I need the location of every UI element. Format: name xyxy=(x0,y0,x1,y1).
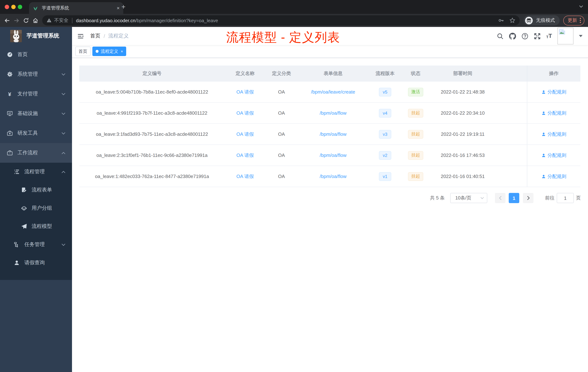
chevron-down-icon xyxy=(62,243,65,246)
tag-close-icon[interactable]: × xyxy=(121,49,123,53)
definition-id: oa_leave:1:482ec033-762a-11ec-8477-a2380… xyxy=(79,166,225,187)
caret-icon[interactable] xyxy=(579,35,583,37)
definition-name-link[interactable]: OA 请假 xyxy=(236,131,254,137)
github-icon[interactable] xyxy=(509,33,516,40)
form-link[interactable]: /bpm/oa/flow xyxy=(320,174,346,179)
sidebar: 芋道管理系统 首页 系统管理 ¥ 支付管 xyxy=(0,27,72,372)
current-page-button[interactable]: 1 xyxy=(509,193,519,203)
deploy-time: 2022-01-16 01:40:51 xyxy=(430,166,527,187)
chevron-down-icon xyxy=(62,73,65,76)
assign-rule-button[interactable]: 分配规则 xyxy=(541,110,566,116)
back-icon[interactable] xyxy=(2,16,12,25)
browser-tab[interactable]: 芋道管理系统 × xyxy=(29,2,123,14)
page-size-select[interactable]: 10条/页 xyxy=(450,193,487,203)
font-size-icon[interactable]: TT xyxy=(546,33,552,39)
fullscreen-icon[interactable] xyxy=(534,33,541,40)
assign-rule-button[interactable]: 分配规则 xyxy=(541,152,566,159)
table-row: oa_leave:2:3c1f0ef1-76b1-11ec-9c66-a2380… xyxy=(79,145,580,166)
next-page-button[interactable] xyxy=(523,193,534,203)
person-icon xyxy=(541,153,546,157)
key-icon[interactable] xyxy=(498,17,504,23)
active-dot-icon xyxy=(96,50,99,53)
form-link[interactable]: /bpm/oa/flow xyxy=(320,153,346,158)
chevron-down-icon xyxy=(62,132,65,134)
security-label[interactable]: 不安全 xyxy=(54,17,68,24)
person-icon xyxy=(541,90,546,94)
definition-name-link[interactable]: OA 请假 xyxy=(236,89,254,95)
version-badge: v1 xyxy=(379,172,391,181)
sidebar-item-workflow[interactable]: 工作流程 xyxy=(0,143,72,163)
definition-table: 定义编号 定义名称 定义分类 表单信息 流程版本 状态 部署时间 操作 oa_l… xyxy=(79,66,580,187)
version-badge: v5 xyxy=(379,88,391,96)
person-icon xyxy=(541,174,546,178)
maximize-window-button[interactable] xyxy=(18,5,22,9)
tag-process-definition[interactable]: 流程定义 × xyxy=(92,47,126,56)
deploy-time: 2022-01-22 21:48:38 xyxy=(430,82,527,102)
form-link[interactable]: /bpm/oa/flow xyxy=(320,110,346,116)
sidebar-item-system[interactable]: 系统管理 xyxy=(0,65,72,84)
chevron-down-icon xyxy=(62,93,65,95)
table-row: oa_leave:3:1fad3d93-7b75-11ec-a3c8-acde4… xyxy=(79,124,580,145)
sidebar-item-user-group[interactable]: 用户分组 xyxy=(0,199,72,217)
sidebar-item-process-form[interactable]: 流程表单 xyxy=(0,181,72,199)
definition-category: OA xyxy=(265,82,297,102)
definition-name-link[interactable]: OA 请假 xyxy=(236,173,254,180)
reload-icon[interactable] xyxy=(21,16,31,25)
assign-rule-button[interactable]: 分配规则 xyxy=(541,173,566,180)
search-icon[interactable] xyxy=(497,33,504,40)
sidebar-item-infra[interactable]: 基础设施 xyxy=(0,104,72,123)
new-tab-button[interactable]: + xyxy=(121,3,126,11)
form-link[interactable]: /bpm/oa/flow xyxy=(320,131,346,137)
goto-page-input[interactable] xyxy=(557,193,574,203)
sidebar-item-task-mgmt[interactable]: 任务管理 xyxy=(0,236,72,254)
sidebar-item-leave-query[interactable]: 请假查询 xyxy=(0,254,72,272)
deploy-time: 2022-01-22 20:34:10 xyxy=(430,103,527,123)
avatar[interactable] xyxy=(557,28,573,44)
tab-favicon-icon xyxy=(33,5,38,11)
form-link[interactable]: /bpm/oa/leave/create xyxy=(311,89,355,95)
sidebar-item-process-model[interactable]: 流程模型 xyxy=(0,217,72,236)
assign-rule-button[interactable]: 分配规则 xyxy=(541,89,566,95)
chevron-up-icon xyxy=(62,171,65,173)
tag-home[interactable]: 首页 xyxy=(75,47,91,56)
version-badge: v4 xyxy=(379,109,391,117)
sidebar-item-home[interactable]: 首页 xyxy=(0,45,72,65)
help-icon[interactable] xyxy=(521,33,528,40)
minimize-window-button[interactable] xyxy=(11,5,16,9)
assign-rule-button[interactable]: 分配规则 xyxy=(541,131,566,137)
deploy-time: 2022-01-22 19:19:11 xyxy=(430,124,527,144)
update-button[interactable]: 更新 xyxy=(563,15,584,25)
window-controls[interactable] xyxy=(5,5,22,9)
prev-page-button[interactable] xyxy=(495,193,505,203)
home-icon[interactable] xyxy=(31,16,40,25)
toolbox-icon xyxy=(7,130,13,136)
url-bar[interactable]: 不安全 dashboard.yudao.iocoder.cn/bpm/manag… xyxy=(42,15,520,25)
forward-icon[interactable] xyxy=(12,16,21,25)
breadcrumb: 首页 / 流程定义 xyxy=(90,33,129,39)
version-badge: v2 xyxy=(379,151,391,160)
breadcrumb-home[interactable]: 首页 xyxy=(90,33,100,39)
close-window-button[interactable] xyxy=(5,5,9,9)
star-icon[interactable] xyxy=(509,17,515,23)
definition-category: OA xyxy=(265,166,297,187)
goto-label: 前往 xyxy=(545,195,555,201)
sidebar-item-process-mgmt[interactable]: 流程管理 xyxy=(0,163,72,181)
sidebar-item-devtools[interactable]: 研发工具 xyxy=(0,123,72,143)
version-badge: v3 xyxy=(379,130,391,139)
hamburger-icon[interactable] xyxy=(72,33,87,39)
sidebar-item-payment[interactable]: ¥ 支付管理 xyxy=(0,84,72,104)
definition-category: OA xyxy=(265,145,297,166)
definition-name-link[interactable]: OA 请假 xyxy=(236,152,254,159)
page-annotation-title: 流程模型 - 定义列表 xyxy=(226,29,340,46)
logo-title: 芋道管理系统 xyxy=(27,33,59,39)
tab-strip: 芋道管理系统 × + xyxy=(0,0,588,14)
tab-search-chevron-icon[interactable] xyxy=(579,5,583,8)
paper-plane-icon xyxy=(21,223,27,229)
user-icon xyxy=(13,260,20,266)
sidebar-logo[interactable]: 芋道管理系统 xyxy=(0,27,72,45)
tab-close-icon[interactable]: × xyxy=(117,5,120,11)
kebab-icon[interactable] xyxy=(580,17,581,23)
browser-chrome: 芋道管理系统 × + xyxy=(0,0,588,27)
table-header: 定义编号 定义名称 定义分类 表单信息 流程版本 状态 部署时间 操作 xyxy=(79,66,580,82)
definition-name-link[interactable]: OA 请假 xyxy=(236,110,254,116)
